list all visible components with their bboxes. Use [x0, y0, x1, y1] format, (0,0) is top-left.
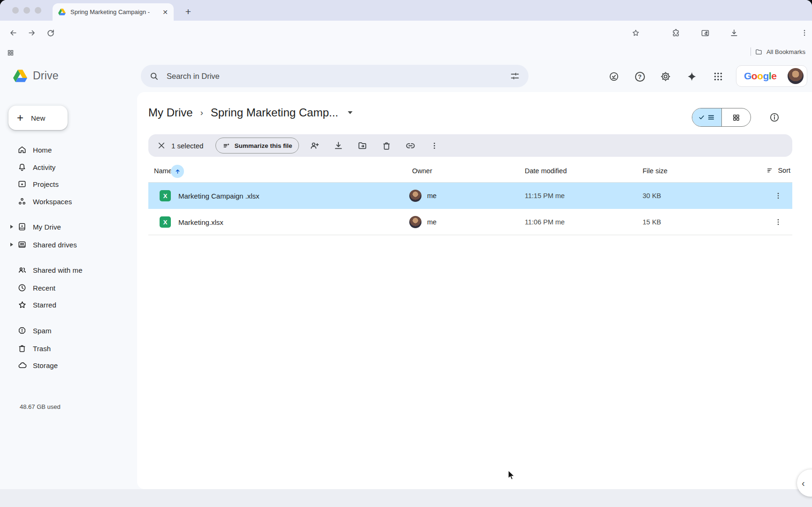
file-row[interactable]: X Marketing.xlsx me 11:06 PM me 15 KB	[148, 209, 792, 235]
grid-icon	[732, 114, 740, 122]
sort-ascending-badge[interactable]	[171, 165, 184, 178]
offline-status-icon[interactable]	[608, 70, 620, 83]
owner-avatar	[409, 190, 421, 202]
mouse-cursor	[506, 469, 516, 481]
sidebar-item-home[interactable]: Home	[0, 141, 128, 158]
breadcrumb-row: My Drive › Spring Marketing Camp...	[148, 106, 798, 130]
column-header-name[interactable]: Name	[154, 167, 172, 175]
expand-caret-icon[interactable]	[10, 243, 13, 246]
settings-gear-icon[interactable]	[659, 70, 672, 83]
file-size: 15 KB	[643, 209, 661, 235]
sidebar-item-shared-with-me[interactable]: Shared with me	[0, 261, 128, 278]
file-modified: 11:06 PM me	[525, 209, 565, 235]
star-icon	[17, 300, 27, 310]
drive-wordmark: Drive	[33, 69, 59, 82]
sidebar-item-projects[interactable]: Projects	[0, 176, 128, 192]
google-apps-grid-icon[interactable]	[712, 70, 724, 83]
home-icon	[17, 145, 27, 155]
sort-icon	[766, 167, 774, 174]
grid-view-button[interactable]	[721, 108, 751, 126]
file-size: 30 KB	[643, 183, 661, 209]
copy-link-icon[interactable]	[402, 137, 419, 154]
file-name: Marketing Campaign .xlsx	[178, 183, 260, 209]
window-minimize-button[interactable]	[23, 7, 30, 14]
share-add-person-icon[interactable]	[306, 137, 323, 154]
sidebar-item-spam[interactable]: Spam	[0, 322, 128, 339]
trash-icon[interactable]	[378, 137, 395, 154]
file-row[interactable]: X Marketing Campaign .xlsx me 11:15 PM m…	[148, 183, 792, 209]
chevron-right-icon: ›	[200, 108, 203, 118]
file-owner: me	[409, 183, 437, 209]
people-icon	[17, 265, 27, 275]
drive-header: Drive ?	[0, 60, 812, 92]
search-options-icon[interactable]	[510, 71, 520, 81]
google-wordmark: Google	[744, 70, 788, 82]
list-view-button[interactable]	[692, 108, 721, 126]
move-to-folder-icon[interactable]	[354, 137, 371, 154]
plus-icon: +	[17, 111, 23, 124]
reload-icon[interactable]	[45, 27, 56, 38]
row-more-actions-icon[interactable]	[770, 214, 787, 230]
file-browser-card: My Drive › Spring Marketing Camp...	[137, 92, 812, 489]
folder-menu-caret-icon[interactable]	[348, 111, 352, 114]
drive-favicon	[58, 8, 66, 15]
account-avatar	[788, 68, 804, 84]
browser-tab[interactable]: Spring Marketing Campaign - ✕	[53, 3, 174, 21]
arrow-up-icon	[174, 168, 181, 175]
shared-drives-icon	[17, 239, 27, 250]
more-actions-icon[interactable]	[426, 137, 443, 154]
sidebar-item-my-drive[interactable]: My Drive	[0, 218, 128, 235]
expand-caret-icon[interactable]	[10, 225, 13, 229]
workspaces-icon	[17, 196, 27, 207]
summarize-icon	[222, 142, 230, 150]
search-tabs-icon[interactable]	[699, 27, 711, 38]
sidebar-item-storage[interactable]: Storage	[0, 357, 128, 374]
browser-menu-icon[interactable]	[799, 27, 810, 38]
tab-groups-icon[interactable]	[5, 47, 16, 58]
row-more-actions-icon[interactable]	[770, 187, 787, 204]
back-icon[interactable]	[8, 27, 19, 38]
sidebar-item-trash[interactable]: Trash	[0, 340, 128, 357]
file-owner: me	[409, 209, 437, 235]
column-header-size[interactable]: File size	[643, 167, 667, 175]
column-header-owner[interactable]: Owner	[412, 167, 432, 175]
page-bottom-strip	[0, 489, 812, 507]
cloud-icon	[17, 360, 27, 370]
all-bookmarks-button[interactable]: All Bookmarks	[751, 47, 805, 56]
gemini-sparkle-icon[interactable]	[686, 70, 698, 83]
bookmark-star-icon[interactable]	[630, 27, 641, 38]
my-drive-icon	[17, 222, 27, 232]
tab-close-icon[interactable]: ✕	[162, 8, 168, 16]
search-icon	[149, 71, 159, 81]
column-header-modified[interactable]: Date modified	[525, 167, 567, 175]
download-icon[interactable]	[330, 137, 347, 154]
clear-selection-icon[interactable]	[154, 138, 169, 153]
sidebar-item-recent[interactable]: Recent	[0, 279, 128, 296]
sidebar-item-workspaces[interactable]: Workspaces	[0, 193, 128, 210]
sidebar-item-starred[interactable]: Starred	[0, 296, 128, 313]
drive-search-bar[interactable]	[141, 65, 529, 87]
forward-icon[interactable]	[26, 27, 38, 38]
extensions-icon[interactable]	[670, 27, 682, 38]
sidebar-item-shared-drives[interactable]: Shared drives	[0, 236, 128, 253]
sidebar-item-activity[interactable]: Activity	[0, 159, 128, 176]
details-info-icon[interactable]	[769, 112, 780, 123]
window-close-button[interactable]	[12, 7, 19, 14]
google-account-button[interactable]: Google	[736, 65, 807, 87]
drive-logo[interactable]: Drive	[13, 69, 59, 82]
breadcrumb-my-drive[interactable]: My Drive	[148, 106, 193, 119]
new-tab-button[interactable]: +	[181, 5, 195, 19]
tab-title: Spring Marketing Campaign -	[70, 8, 159, 15]
browser-window: Spring Marketing Campaign - ✕ + drive.go…	[0, 0, 812, 507]
trash-icon	[17, 343, 27, 353]
help-icon[interactable]: ?	[634, 70, 646, 83]
sort-button[interactable]: Sort	[766, 167, 790, 174]
bookmarks-bar: All Bookmarks	[0, 45, 812, 60]
downloads-icon[interactable]	[728, 27, 740, 38]
search-input[interactable]	[167, 72, 510, 81]
all-bookmarks-label: All Bookmarks	[766, 48, 805, 55]
summarize-file-button[interactable]: Summarize this file	[215, 138, 299, 154]
new-button[interactable]: + New	[8, 106, 68, 130]
breadcrumb-current-folder[interactable]: Spring Marketing Camp...	[211, 106, 338, 119]
window-zoom-button[interactable]	[35, 7, 41, 14]
